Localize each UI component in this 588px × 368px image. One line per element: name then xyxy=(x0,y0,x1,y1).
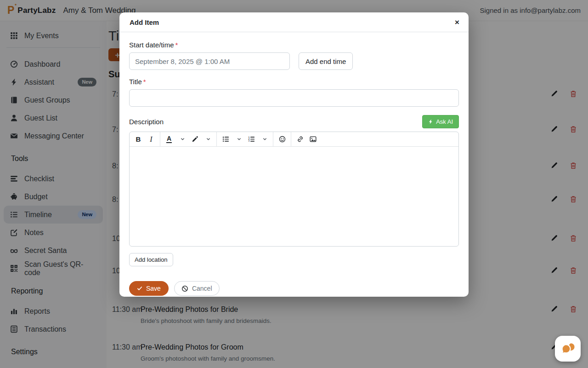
bullet-list-button[interactable] xyxy=(219,133,232,146)
toolbar-group-basic: B I xyxy=(130,132,160,146)
save-button[interactable]: Save xyxy=(129,281,169,296)
bullet-list-dropdown[interactable] xyxy=(232,133,245,146)
highlight-color-button[interactable] xyxy=(188,133,201,146)
numbered-list-icon xyxy=(248,136,255,143)
emoji-icon xyxy=(279,136,286,143)
title-label: Title* xyxy=(129,78,459,86)
add-location-button[interactable]: Add location xyxy=(129,253,173,266)
toolbar-group-color: A xyxy=(160,132,217,146)
modal-header: Add Item × xyxy=(119,12,469,32)
toolbar-group-emoji xyxy=(273,132,291,146)
chevron-down-icon xyxy=(206,137,210,141)
insert-link-button[interactable] xyxy=(294,133,306,146)
bullet-list-icon xyxy=(222,136,229,143)
font-color-button[interactable]: A xyxy=(163,133,175,146)
numbered-list-dropdown[interactable] xyxy=(258,133,271,146)
ask-ai-button[interactable]: Ask AI xyxy=(422,115,459,128)
chevron-down-icon xyxy=(181,137,185,141)
modal-body: Start date/time* Add end time Title* Des… xyxy=(119,32,469,296)
cancel-slash-icon xyxy=(181,285,188,292)
toolbar-group-insert xyxy=(291,132,322,146)
cancel-label: Cancel xyxy=(192,285,212,292)
chevron-down-icon xyxy=(263,137,267,141)
modal-footer: Save Cancel xyxy=(129,281,459,296)
lightning-icon xyxy=(428,119,433,124)
description-textarea[interactable] xyxy=(130,147,458,247)
toolbar-group-lists xyxy=(217,132,273,146)
link-icon xyxy=(297,136,304,143)
ask-ai-label: Ask AI xyxy=(436,118,453,125)
editor-toolbar: B I A xyxy=(130,132,458,147)
insert-image-button[interactable] xyxy=(306,133,319,146)
description-editor: B I A xyxy=(129,132,459,247)
modal-title: Add Item xyxy=(130,18,159,26)
description-label: Description xyxy=(129,118,164,126)
save-label: Save xyxy=(146,285,161,292)
start-datetime-input[interactable] xyxy=(129,52,290,70)
font-color-icon: A xyxy=(166,135,172,143)
title-input[interactable] xyxy=(129,89,459,107)
chat-launcher-button[interactable] xyxy=(555,336,581,362)
italic-button[interactable]: I xyxy=(145,133,158,146)
add-end-time-button[interactable]: Add end time xyxy=(299,52,353,70)
close-icon[interactable]: × xyxy=(455,18,459,26)
image-icon xyxy=(310,136,317,143)
chevron-down-icon xyxy=(237,137,241,141)
chat-bubbles-icon xyxy=(560,340,576,357)
required-mark: * xyxy=(175,41,178,49)
numbered-list-button[interactable] xyxy=(245,133,258,146)
font-color-dropdown[interactable] xyxy=(175,133,188,146)
emoji-button[interactable] xyxy=(276,133,288,146)
highlighter-icon xyxy=(192,136,198,143)
check-icon xyxy=(137,286,142,291)
highlight-color-dropdown[interactable] xyxy=(201,133,214,146)
start-datetime-row: Add end time xyxy=(129,52,459,70)
description-row: Description Ask AI xyxy=(129,115,459,128)
cancel-button[interactable]: Cancel xyxy=(174,281,220,296)
add-item-modal: Add Item × Start date/time* Add end time… xyxy=(119,12,469,297)
start-datetime-label-text: Start date/time xyxy=(129,41,174,49)
title-label-text: Title xyxy=(129,78,142,86)
start-datetime-label: Start date/time* xyxy=(129,41,459,49)
required-mark: * xyxy=(143,78,146,86)
bold-button[interactable]: B xyxy=(132,133,145,146)
